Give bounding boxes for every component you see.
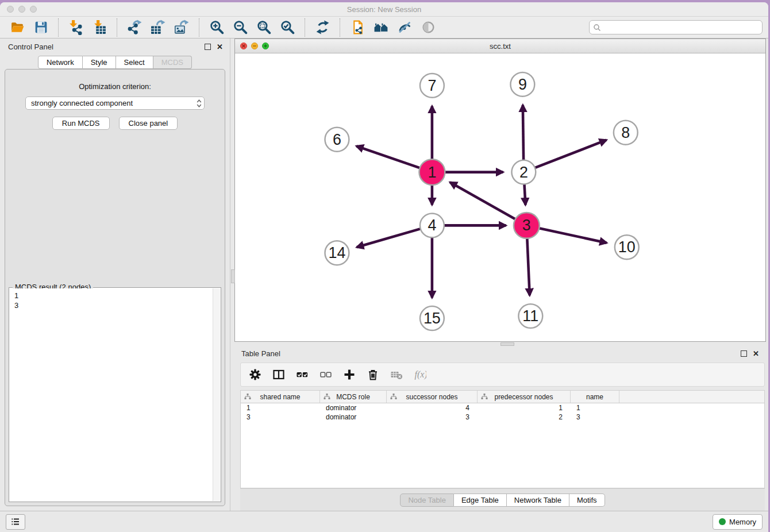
- table-panel: Table Panel ✕ f(x) shared nameMCDS roles…: [234, 345, 766, 511]
- export-image-icon[interactable]: [174, 20, 190, 35]
- tab-style[interactable]: Style: [83, 56, 116, 69]
- horizontal-splitter[interactable]: [234, 342, 766, 345]
- graph-node-2[interactable]: 2: [511, 160, 536, 184]
- control-panel: Control Panel ✕ NetworkStyleSelectMCDS O…: [0, 38, 230, 511]
- save-session-icon[interactable]: [33, 20, 49, 35]
- svg-text:1: 1: [428, 164, 436, 181]
- column-header-MCDS-role[interactable]: MCDS role: [320, 391, 387, 403]
- window-title: Session: New Session: [0, 5, 768, 14]
- close-panel-button[interactable]: Close panel: [119, 117, 178, 130]
- cell-MCDS-role[interactable]: dominator: [320, 403, 387, 413]
- tab-motifs[interactable]: Motifs: [569, 494, 605, 507]
- column-label: predecessor nodes: [494, 393, 553, 401]
- cell-shared-name[interactable]: 1: [241, 403, 320, 413]
- svg-text:3: 3: [522, 217, 531, 234]
- sphere-eye-icon: [421, 20, 436, 35]
- tab-network-table[interactable]: Network Table: [507, 494, 569, 507]
- vertical-splitter[interactable]: [230, 38, 234, 511]
- cell-successor-nodes[interactable]: 4: [387, 403, 478, 413]
- table-row[interactable]: 1dominator411: [241, 403, 764, 413]
- splitter-grip[interactable]: [500, 342, 514, 346]
- network-window: scc.txt 7968124314101511: [234, 38, 766, 342]
- float-panel-icon[interactable]: [205, 44, 211, 50]
- graph-node-14[interactable]: 14: [325, 241, 349, 265]
- toolbar-separator: [117, 18, 118, 37]
- tab-select[interactable]: Select: [116, 56, 153, 69]
- add-row-icon[interactable]: [343, 368, 356, 381]
- svg-text:9: 9: [518, 76, 527, 93]
- cell-name[interactable]: 3: [571, 413, 619, 422]
- search-field[interactable]: [589, 20, 763, 34]
- table-panel-title: Table Panel: [241, 349, 280, 358]
- graph-edge-2-8[interactable]: [523, 140, 606, 172]
- graph-node-8[interactable]: 8: [614, 121, 638, 145]
- cell-predecessor-nodes[interactable]: 1: [478, 403, 571, 413]
- memory-status-dot: [719, 518, 726, 525]
- zoom-out-icon[interactable]: [233, 20, 248, 35]
- cell-MCDS-role[interactable]: dominator: [320, 413, 387, 422]
- mcds-result-group: MCDS result (2 nodes) 13: [9, 287, 221, 502]
- import-network-icon[interactable]: [68, 20, 84, 35]
- graph-node-11[interactable]: 11: [518, 304, 542, 328]
- search-input[interactable]: [603, 22, 759, 32]
- graph-node-10[interactable]: 10: [615, 235, 639, 259]
- result-line: 3: [14, 300, 209, 310]
- cell-shared-name[interactable]: 3: [241, 413, 320, 422]
- graph-node-1[interactable]: 1: [419, 159, 445, 185]
- graph-node-3[interactable]: 3: [514, 213, 540, 238]
- zoom-selected-icon[interactable]: [280, 20, 295, 35]
- open-file-icon[interactable]: [10, 20, 25, 35]
- tab-mcds[interactable]: MCDS: [153, 56, 192, 69]
- column-header-shared-name[interactable]: shared name: [241, 391, 320, 403]
- close-panel-icon[interactable]: ✕: [217, 44, 223, 49]
- column-header-predecessor-nodes[interactable]: predecessor nodes: [478, 391, 571, 403]
- mcds-result-textarea[interactable]: 13: [10, 288, 213, 501]
- export-network-icon[interactable]: [127, 20, 143, 35]
- task-history-button[interactable]: [6, 514, 25, 530]
- duplicate-network-icon[interactable]: [350, 20, 365, 35]
- column-header-name[interactable]: name: [571, 391, 619, 403]
- cell-predecessor-nodes[interactable]: 2: [478, 413, 571, 422]
- network-title: scc.txt: [235, 42, 765, 51]
- tab-edge-table[interactable]: Edge Table: [454, 494, 507, 507]
- graph-node-15[interactable]: 15: [420, 306, 444, 330]
- apply-layout-icon[interactable]: [315, 20, 330, 35]
- search-icon: [593, 24, 601, 32]
- close-panel-icon[interactable]: ✕: [753, 351, 759, 356]
- table-header: shared nameMCDS rolesuccessor nodesprede…: [241, 391, 764, 403]
- tab-node-table[interactable]: Node Table: [400, 494, 454, 507]
- select-stepper-icon: [197, 99, 202, 108]
- cell-name[interactable]: 1: [571, 403, 619, 413]
- zoom-in-icon[interactable]: [209, 20, 225, 35]
- graph-node-4[interactable]: 4: [420, 213, 444, 237]
- column-type-icon: [324, 393, 330, 402]
- cell-successor-nodes[interactable]: 3: [387, 413, 478, 422]
- column-header-successor-nodes[interactable]: successor nodes: [387, 391, 478, 403]
- delete-row-icon[interactable]: [367, 368, 379, 381]
- result-scrollbar[interactable]: [213, 288, 220, 501]
- tab-network[interactable]: Network: [38, 56, 83, 69]
- column-label: successor nodes: [406, 393, 457, 401]
- run-mcds-button[interactable]: Run MCDS: [52, 117, 110, 130]
- deselect-all-icon[interactable]: [319, 368, 332, 381]
- network-canvas[interactable]: 7968124314101511: [235, 53, 765, 341]
- houses-icon[interactable]: [374, 20, 389, 35]
- memory-button[interactable]: Memory: [713, 514, 763, 530]
- select-all-icon[interactable]: [296, 368, 309, 381]
- criterion-select[interactable]: strongly connected component: [25, 97, 205, 110]
- column-label: shared name: [260, 393, 300, 401]
- column-label: name: [586, 393, 603, 401]
- graph-node-9[interactable]: 9: [510, 72, 534, 97]
- settings-icon[interactable]: [249, 368, 261, 381]
- splitter-grip[interactable]: [231, 269, 235, 283]
- table-row[interactable]: 3dominator323: [241, 413, 764, 422]
- import-table-icon[interactable]: [92, 20, 107, 35]
- export-table-icon[interactable]: [151, 20, 166, 35]
- zoom-fit-icon[interactable]: [256, 20, 272, 35]
- graph-node-7[interactable]: 7: [420, 74, 444, 98]
- columns-icon[interactable]: [272, 368, 285, 381]
- svg-text:14: 14: [328, 244, 345, 261]
- float-panel-icon[interactable]: [741, 350, 747, 357]
- style-eye-icon[interactable]: [397, 20, 413, 35]
- graph-node-6[interactable]: 6: [325, 128, 349, 152]
